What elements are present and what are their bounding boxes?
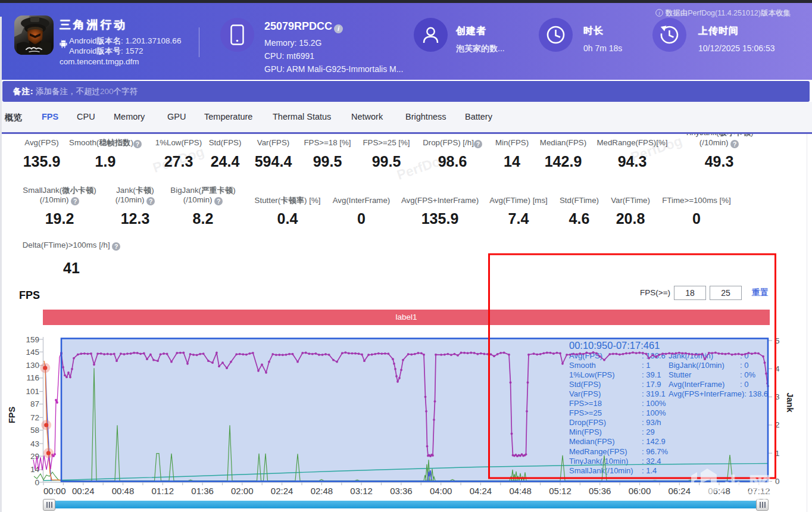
svg-text:: 142.9: : 142.9: [642, 437, 666, 446]
svg-text:: 0: : 0: [740, 361, 748, 370]
svg-text:05:12: 05:12: [549, 486, 571, 496]
svg-text:SmallJank(/10min): SmallJank(/10min): [569, 466, 633, 475]
svg-text:29: 29: [30, 452, 39, 461]
svg-text:04:24: 04:24: [470, 486, 492, 496]
svg-text:02:48: 02:48: [311, 486, 333, 496]
svg-text:FPS>=18: FPS>=18: [569, 399, 602, 408]
svg-text:0: 0: [35, 478, 39, 487]
svg-text:01:12: 01:12: [152, 486, 174, 496]
svg-text:: 96.7%: : 96.7%: [642, 447, 669, 456]
svg-text:FPS>=25: FPS>=25: [569, 408, 602, 417]
svg-text:101: 101: [26, 387, 39, 396]
svg-text:130: 130: [26, 361, 39, 370]
svg-text:00:10:950-07:17:461: 00:10:950-07:17:461: [569, 340, 660, 351]
svg-text:Median(FPS): Median(FPS): [569, 437, 615, 446]
svg-text:Min(FPS): Min(FPS): [569, 427, 602, 436]
svg-text:145: 145: [26, 348, 39, 357]
svg-text:Jank: Jank: [785, 392, 795, 413]
svg-text:: 1.4: : 1.4: [642, 466, 657, 475]
svg-text:03:12: 03:12: [350, 486, 373, 496]
svg-text:02:00: 02:00: [231, 486, 254, 496]
svg-text:: 319.1: : 319.1: [642, 389, 666, 398]
svg-text:43: 43: [30, 439, 39, 448]
svg-text:Jank(/10min): Jank(/10min): [669, 351, 713, 360]
svg-text:04:48: 04:48: [509, 486, 532, 496]
svg-text:Std(FPS): Std(FPS): [569, 380, 601, 389]
svg-text:: 100%: : 100%: [642, 408, 666, 417]
svg-text:: 0%: : 0%: [740, 370, 755, 379]
svg-text:Smooth: Smooth: [569, 361, 596, 370]
svg-text:Avg(InterFrame): Avg(InterFrame): [669, 380, 724, 389]
svg-text:1%Low(FPS): 1%Low(FPS): [569, 370, 615, 379]
svg-text:FPS: FPS: [7, 407, 17, 424]
svg-text:BigJank(/10min): BigJank(/10min): [669, 361, 724, 370]
svg-text:72: 72: [30, 413, 39, 422]
svg-text:05:36: 05:36: [589, 486, 611, 496]
svg-text:00:00: 00:00: [43, 486, 66, 496]
svg-text:00:48: 00:48: [112, 486, 135, 496]
svg-text:87: 87: [30, 399, 39, 408]
svg-text:Stutter: Stutter: [669, 370, 692, 379]
svg-text:: 93/h: : 93/h: [642, 418, 661, 427]
svg-text:: 100%: : 100%: [642, 399, 666, 408]
svg-text:: 17.9: : 17.9: [642, 380, 661, 389]
svg-text:Avg(FPS+InterFrame): 138.6: Avg(FPS+InterFrame): 138.6: [669, 389, 768, 398]
svg-text:Var(FPS): Var(FPS): [569, 389, 601, 398]
svg-text:Drop(FPS): Drop(FPS): [569, 418, 606, 427]
svg-text:159: 159: [26, 335, 39, 344]
svg-text:58: 58: [30, 426, 39, 435]
svg-text:: 39.1: : 39.1: [642, 370, 661, 379]
svg-text:: 1: : 1: [642, 361, 650, 370]
svg-text:MedRange(FPS): MedRange(FPS): [569, 447, 627, 456]
svg-text:02:24: 02:24: [271, 486, 293, 496]
svg-text:03:36: 03:36: [390, 486, 413, 496]
svg-text:00:24: 00:24: [72, 486, 95, 496]
svg-text:: 0: : 0: [740, 380, 748, 389]
svg-text:06:00: 06:00: [629, 486, 651, 496]
svg-text:TinyJank(/10min): TinyJank(/10min): [569, 457, 628, 466]
svg-text:116: 116: [26, 373, 39, 382]
svg-text:04:00: 04:00: [430, 486, 452, 496]
svg-text:: 29: : 29: [642, 427, 655, 436]
svg-text:01:36: 01:36: [191, 486, 214, 496]
